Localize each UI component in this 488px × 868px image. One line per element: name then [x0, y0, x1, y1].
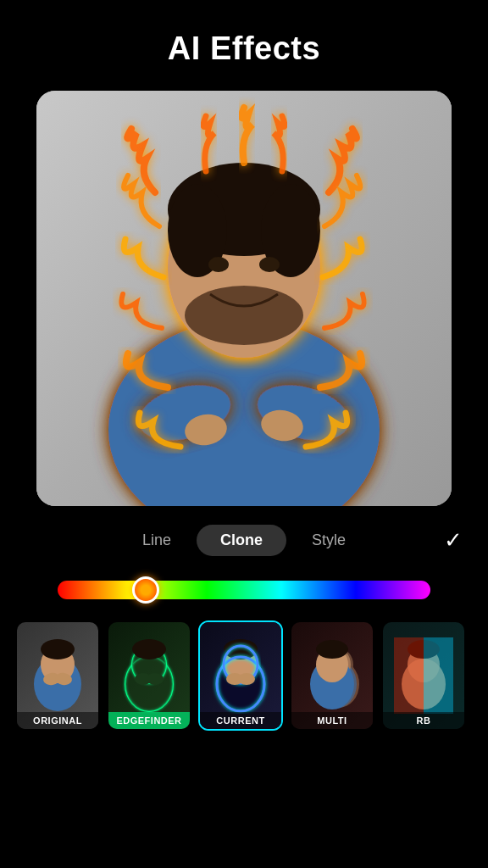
svg-point-18	[41, 639, 75, 659]
thumb-multi-label: MULTI	[291, 712, 373, 729]
svg-point-41	[316, 640, 348, 659]
svg-point-27	[147, 673, 164, 685]
confirm-button[interactable]: ✓	[444, 527, 463, 554]
effect-multi[interactable]: MULTI	[290, 620, 374, 731]
tabs-row: Line Clone Style ✓	[0, 525, 488, 556]
thumb-rb-person	[394, 637, 453, 714]
image-area	[36, 91, 452, 506]
effect-current[interactable]: CURRENT	[198, 620, 283, 731]
thumb-current-label: CURRENT	[200, 712, 281, 729]
person-with-fire	[36, 91, 452, 506]
tab-clone[interactable]: Clone	[197, 525, 286, 556]
thumb-current-person	[211, 637, 270, 714]
effect-original[interactable]: ORIGINAL	[15, 620, 100, 731]
svg-point-34	[238, 673, 255, 685]
effects-strip: ORIGINAL EDGEFINDER	[0, 620, 488, 731]
color-slider-container	[58, 575, 430, 605]
thumb-original-label: ORIGINAL	[17, 712, 98, 729]
svg-point-11	[208, 257, 229, 272]
thumb-original-person	[28, 637, 87, 714]
slider-thumb[interactable]	[132, 576, 159, 604]
svg-point-12	[259, 257, 280, 272]
svg-rect-47	[394, 637, 424, 714]
thumb-rb-label: RB	[383, 712, 464, 729]
tab-line[interactable]: Line	[142, 531, 171, 549]
color-track[interactable]	[58, 581, 430, 599]
effect-rb[interactable]: RB	[381, 620, 466, 731]
svg-rect-51	[424, 637, 453, 714]
tab-style[interactable]: Style	[312, 531, 346, 549]
thumb-multi-person	[302, 637, 362, 714]
thumb-edgefinder-person	[119, 637, 179, 714]
svg-point-25	[132, 639, 166, 659]
svg-point-13	[185, 286, 303, 345]
effect-edgefinder[interactable]: EDGEFINDER	[107, 620, 191, 731]
thumb-edgefinder-label: EDGEFINDER	[108, 712, 190, 729]
page-title: AI Effects	[0, 0, 488, 67]
main-image-container	[36, 91, 452, 506]
